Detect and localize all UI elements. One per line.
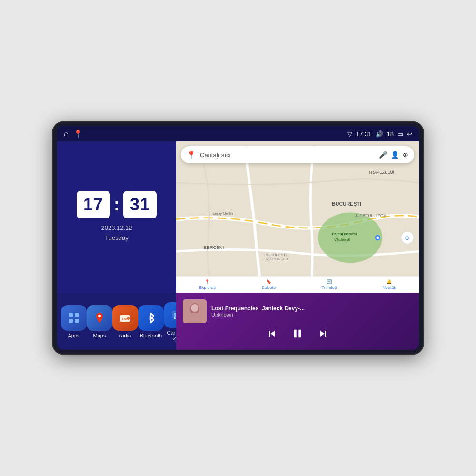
saved-label: Salvate xyxy=(261,285,276,290)
explore-label: Explorați xyxy=(199,285,216,290)
svg-point-7 xyxy=(127,317,130,320)
app-label-maps: Maps xyxy=(93,333,106,338)
svg-point-24 xyxy=(377,236,379,239)
status-right: ▽ 17:31 🔊 18 ▭ ↩ xyxy=(347,130,412,138)
battery-icon: ▭ xyxy=(397,130,403,138)
status-left: ⌂ 📍 xyxy=(64,129,83,139)
battery-level: 18 xyxy=(387,130,394,138)
svg-rect-1 xyxy=(75,313,79,317)
app-item-bluetooth[interactable]: Bluetooth xyxy=(138,305,164,338)
clock-display: 17 : 31 xyxy=(77,191,157,218)
map-area[interactable]: Parcul Natural Văcărești BUCUREȘTI JUDEȚ… xyxy=(176,141,419,293)
play-pause-button[interactable] xyxy=(291,327,304,343)
status-bar: ⌂ 📍 ▽ 17:31 🔊 18 ▭ ↩ xyxy=(57,126,419,141)
news-icon: 🔔 xyxy=(387,279,392,284)
back-icon[interactable]: ↩ xyxy=(407,130,412,138)
car-display-device: ⌂ 📍 ▽ 17:31 🔊 18 ▭ ↩ 17 : xyxy=(52,121,424,355)
music-info: Lost Frequencies_Janieck Devy-... Unknow… xyxy=(211,305,412,317)
clock-minutes: 31 xyxy=(123,191,157,218)
send-icon: 🔄 xyxy=(327,279,332,284)
news-label: Noutăți xyxy=(382,285,396,290)
music-top: Lost Frequencies_Janieck Devy-... Unknow… xyxy=(183,299,412,323)
music-title: Lost Frequencies_Janieck Devy-... xyxy=(211,305,412,312)
apps-bar: Apps Maps xyxy=(57,293,176,350)
music-player: Lost Frequencies_Janieck Devy-... Unknow… xyxy=(176,293,419,350)
google-maps-pin-icon: 📍 xyxy=(187,150,196,159)
volume-icon: 🔊 xyxy=(376,130,383,138)
map-nav-send[interactable]: 🔄 Trimiteți xyxy=(322,279,337,290)
svg-text:BUCUREȘTI: BUCUREȘTI xyxy=(266,253,287,257)
svg-text:JUDEȚUL ILFOV: JUDEȚUL ILFOV xyxy=(355,213,386,218)
device-screen: ⌂ 📍 ▽ 17:31 🔊 18 ▭ ↩ 17 : xyxy=(57,126,419,350)
account-icon[interactable]: 👤 xyxy=(391,151,399,159)
map-visual: Parcul Natural Văcărești BUCUREȘTI JUDEȚ… xyxy=(176,141,419,293)
clock-date: 2023.12.12 Tuesday xyxy=(101,223,132,243)
music-controls xyxy=(183,327,412,343)
clock-colon: : xyxy=(114,195,119,215)
app-label-bluetooth: Bluetooth xyxy=(140,333,162,338)
app-item-radio[interactable]: FM radio xyxy=(112,305,138,338)
map-search-placeholder: Căutați aici xyxy=(200,151,375,159)
right-panel: Parcul Natural Văcărești BUCUREȘTI JUDEȚ… xyxy=(176,141,419,350)
svg-point-4 xyxy=(98,315,101,317)
music-artist: Unknown xyxy=(211,312,412,317)
maps-shortcut-icon[interactable]: 📍 xyxy=(73,129,83,139)
app-icon-radio: FM xyxy=(112,305,138,331)
svg-text:BERCENI: BERCENI xyxy=(204,245,224,250)
svg-text:Văcărești: Văcărești xyxy=(334,238,350,242)
home-icon[interactable]: ⌂ xyxy=(64,129,69,138)
svg-text:⊕: ⊕ xyxy=(405,235,409,241)
signal-icon: ▽ xyxy=(347,130,352,138)
map-search-icons: 🎤 👤 ⊕ xyxy=(379,151,408,159)
left-panel: 17 : 31 2023.12.12 Tuesday xyxy=(57,141,176,350)
layers-icon[interactable]: ⊕ xyxy=(403,151,408,159)
prev-track-button[interactable] xyxy=(266,328,278,342)
explore-icon: 📍 xyxy=(205,279,210,284)
map-nav-news[interactable]: 🔔 Noutăți xyxy=(382,279,396,290)
svg-text:BUCUREȘTI: BUCUREȘTI xyxy=(332,201,361,207)
saved-icon: 🔖 xyxy=(266,279,271,284)
svg-point-10 xyxy=(174,317,176,319)
map-nav-explore[interactable]: 📍 Explorați xyxy=(199,279,216,290)
music-thumbnail xyxy=(183,299,207,323)
next-track-button[interactable] xyxy=(317,328,329,342)
time-display: 17:31 xyxy=(356,130,372,138)
app-icon-maps xyxy=(87,305,112,331)
clock-hours: 17 xyxy=(77,191,110,218)
svg-rect-2 xyxy=(69,319,73,323)
music-thumb-image xyxy=(183,299,207,323)
app-icon-bluetooth xyxy=(138,305,164,331)
app-label-radio: radio xyxy=(119,333,131,338)
app-item-maps[interactable]: Maps xyxy=(87,305,112,338)
map-nav-saved[interactable]: 🔖 Salvate xyxy=(261,279,276,290)
svg-text:TRAPEZULUI: TRAPEZULUI xyxy=(368,170,394,175)
svg-rect-0 xyxy=(69,313,73,317)
app-icon-apps xyxy=(61,305,87,331)
svg-point-31 xyxy=(191,304,198,312)
map-search-bar[interactable]: 📍 Căutați aici 🎤 👤 ⊕ xyxy=(181,146,414,163)
svg-text:FM: FM xyxy=(122,317,128,321)
svg-text:Leroy Merlin: Leroy Merlin xyxy=(213,211,233,216)
svg-rect-3 xyxy=(75,319,79,323)
send-label: Trimiteți xyxy=(322,285,337,290)
svg-text:SECTORUL 4: SECTORUL 4 xyxy=(266,257,289,261)
voice-search-icon[interactable]: 🎤 xyxy=(379,151,387,159)
map-bottom-bar: 📍 Explorați 🔖 Salvate 🔄 Trimiteți � xyxy=(176,276,419,293)
svg-text:Parcul Natural: Parcul Natural xyxy=(332,232,357,236)
svg-point-30 xyxy=(187,313,202,322)
app-label-apps: Apps xyxy=(68,333,79,338)
app-item-apps[interactable]: Apps xyxy=(61,305,87,338)
main-content: 17 : 31 2023.12.12 Tuesday xyxy=(57,141,419,350)
clock-widget: 17 : 31 2023.12.12 Tuesday xyxy=(57,141,176,293)
